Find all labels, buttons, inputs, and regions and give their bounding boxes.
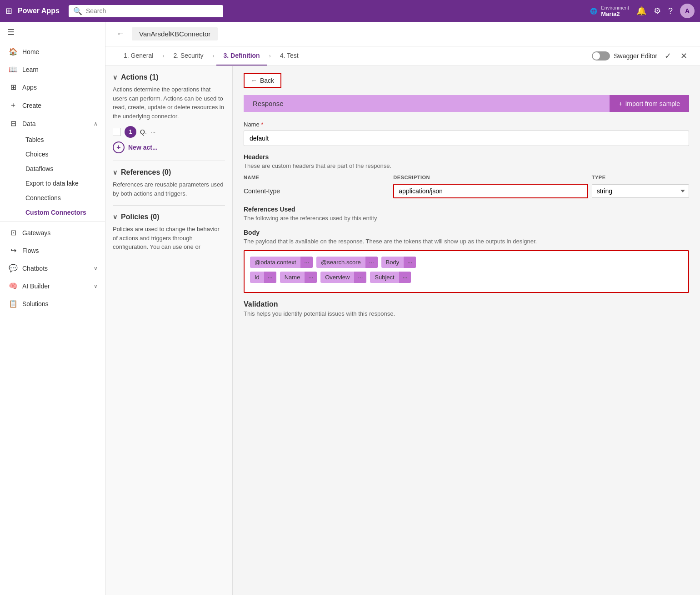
tab-right-controls: Swagger Editor ✓ ✕	[592, 49, 689, 63]
close-button[interactable]: ✕	[679, 49, 689, 63]
headers-title: Headers	[244, 153, 689, 161]
token-odata-context-label: @odata.context	[250, 257, 300, 268]
panels: ∨ Actions (1) Actions determine the oper…	[105, 66, 700, 595]
notification-icon[interactable]: 🔔	[636, 6, 646, 16]
tab-definition[interactable]: 3. Definition	[216, 46, 267, 66]
action-checkbox[interactable]	[113, 128, 121, 136]
avatar[interactable]: A	[680, 4, 695, 18]
swagger-switch[interactable]	[592, 51, 610, 61]
sidebar-item-ai-builder[interactable]: 🧠 AI Builder ∨	[0, 277, 105, 295]
import-from-sample-button[interactable]: + Import from sample	[610, 95, 689, 112]
right-panel: ← Back Response + Import from sample	[233, 66, 700, 595]
references-section-header: ∨ References (0)	[113, 168, 225, 176]
left-panel: ∨ Actions (1) Actions determine the oper…	[105, 66, 233, 595]
token-search-score: @search.score ···	[316, 257, 377, 268]
back-section-button[interactable]: ← Back	[244, 73, 281, 88]
environment-icon: 🌐	[590, 8, 597, 15]
sidebar-item-chatbots[interactable]: 💬 Chatbots ∨	[0, 259, 105, 277]
back-arrow-icon: ←	[251, 77, 257, 84]
name-field-group: Name *	[244, 121, 689, 146]
sidebar-item-custom-connectors[interactable]: Custom Connectors	[21, 205, 105, 220]
actions-title: Actions (1)	[121, 73, 159, 81]
header-content-type-label: Content-type	[244, 187, 390, 195]
token-body-dots[interactable]: ···	[404, 257, 416, 268]
token-overview-dots[interactable]: ···	[354, 272, 366, 283]
tab-arrow-3: ›	[269, 53, 271, 59]
token-subject-dots[interactable]: ···	[399, 272, 411, 283]
policies-description: Policies are used to change the behavior…	[113, 225, 225, 252]
action-row: 1 Q. ···	[113, 126, 225, 138]
search-input[interactable]	[86, 7, 219, 15]
name-input[interactable]	[244, 131, 689, 146]
divider-2	[113, 205, 225, 206]
token-search-score-dots[interactable]: ···	[365, 257, 378, 268]
token-id-dots[interactable]: ···	[264, 272, 276, 283]
col-header-type: TYPE	[592, 175, 689, 180]
chatbots-expand-icon: ∨	[94, 265, 98, 272]
sidebar-item-tables[interactable]: Tables	[21, 132, 105, 147]
swagger-editor-label: Swagger Editor	[614, 52, 657, 60]
search-bar[interactable]: 🔍	[69, 5, 223, 17]
actions-chevron[interactable]: ∨	[113, 74, 117, 81]
data-subitems: Tables Choices Dataflows Export to data …	[0, 132, 105, 220]
check-button[interactable]: ✓	[663, 49, 673, 63]
col-header-description: DESCRIPTION	[393, 175, 588, 180]
environment-info: 🌐 Environment Maria2	[590, 5, 629, 17]
sidebar-item-choices[interactable]: Choices	[21, 147, 105, 161]
header-description-input[interactable]	[393, 184, 588, 198]
gateways-icon: ⊡	[9, 228, 18, 237]
new-action-label: New act...	[128, 144, 158, 151]
sidebar-item-connections[interactable]: Connections	[21, 191, 105, 205]
ai-builder-icon: 🧠	[9, 282, 18, 290]
grid-icon[interactable]: ⊞	[5, 6, 12, 16]
swagger-toggle[interactable]: Swagger Editor	[592, 51, 657, 61]
header-data-row: Content-type string integer boolean numb…	[244, 184, 689, 198]
sidebar-item-learn[interactable]: 📖 Learn	[0, 61, 105, 78]
sidebar-item-data-label: Data	[22, 120, 36, 127]
import-label: Import from sample	[625, 100, 680, 107]
tab-general[interactable]: 1. General	[116, 46, 160, 66]
references-description: References are reusable parameters used …	[113, 180, 225, 198]
body-title: Body	[244, 229, 689, 236]
action-dots[interactable]: ···	[150, 128, 156, 136]
sidebar-item-flows[interactable]: ↪ Flows	[0, 242, 105, 259]
response-label: Response	[244, 95, 610, 112]
sidebar-item-home[interactable]: 🏠 Home	[0, 43, 105, 61]
body-section: Body The payload that is available on th…	[244, 229, 689, 293]
policies-title: Policies (0)	[121, 213, 159, 221]
sidebar-item-gateways[interactable]: ⊡ Gateways	[0, 224, 105, 242]
references-chevron[interactable]: ∨	[113, 169, 117, 176]
header-type-select[interactable]: string integer boolean number	[592, 184, 689, 198]
action-badge: 1	[125, 126, 136, 138]
sidebar-item-export[interactable]: Export to data lake	[21, 176, 105, 191]
settings-icon[interactable]: ⚙	[654, 6, 661, 16]
sidebar-item-home-label: Home	[22, 48, 39, 55]
tab-test[interactable]: 4. Test	[273, 46, 306, 66]
apps-icon: ⊞	[9, 83, 18, 91]
headers-group: Headers These are custom headers that ar…	[244, 153, 689, 198]
sidebar-item-apps[interactable]: ⊞ Apps	[0, 78, 105, 96]
token-id-label: Id	[250, 272, 264, 283]
token-odata-context-dots[interactable]: ···	[300, 257, 313, 268]
validation-title: Validation	[244, 300, 689, 308]
token-search-score-label: @search.score	[316, 257, 365, 268]
tab-security[interactable]: 2. Security	[166, 46, 210, 66]
new-action-button[interactable]: + New act...	[113, 141, 225, 153]
policies-section-header: ∨ Policies (0)	[113, 213, 225, 221]
sidebar-item-ai-builder-label: AI Builder	[22, 282, 50, 290]
sidebar-item-solutions[interactable]: 📋 Solutions	[0, 295, 105, 313]
policies-chevron[interactable]: ∨	[113, 213, 117, 221]
sidebar-toggle[interactable]: ☰	[0, 22, 105, 43]
sidebar-item-create[interactable]: ＋ Create	[0, 96, 105, 115]
sidebar-item-dataflows[interactable]: Dataflows	[21, 161, 105, 176]
flows-icon: ↪	[9, 246, 18, 255]
topbar: ⊞ Power Apps 🔍 🌐 Environment Maria2 🔔 ⚙ …	[0, 0, 700, 22]
token-body: Body ···	[381, 257, 416, 268]
connector-back-button[interactable]: ←	[116, 29, 125, 39]
token-odata-context: @odata.context ···	[250, 257, 313, 268]
token-name-dots[interactable]: ···	[305, 272, 317, 283]
sidebar-item-data[interactable]: ⊟ Data ∧	[0, 115, 105, 132]
tab-nav: 1. General › 2. Security › 3. Definition…	[105, 46, 700, 66]
help-icon[interactable]: ?	[668, 6, 673, 16]
toggle-knob	[593, 52, 600, 60]
